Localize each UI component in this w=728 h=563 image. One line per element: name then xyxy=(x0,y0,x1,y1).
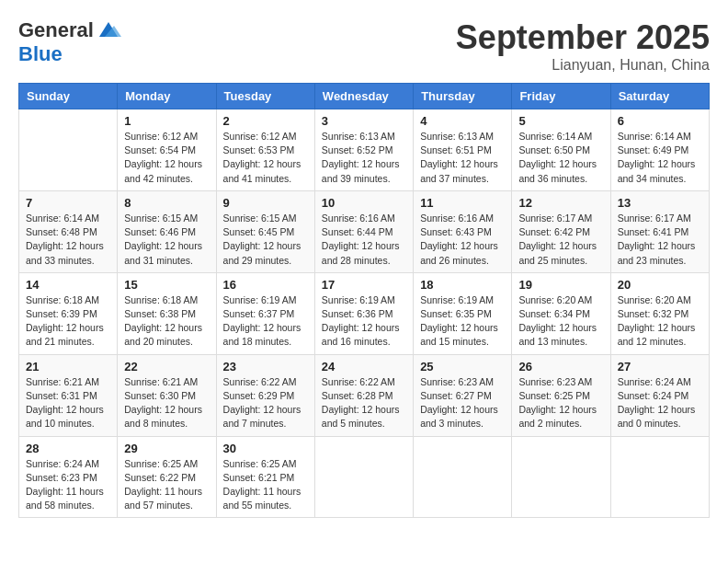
day-number: 25 xyxy=(420,360,505,373)
day-number: 23 xyxy=(223,360,308,373)
day-number: 18 xyxy=(420,278,505,292)
calendar-cell: 11Sunrise: 6:16 AMSunset: 6:43 PMDayligh… xyxy=(414,190,512,272)
day-info: Sunrise: 6:12 AMSunset: 6:53 PMDaylight:… xyxy=(223,130,308,186)
calendar-cell: 30Sunrise: 6:25 AMSunset: 6:21 PMDayligh… xyxy=(216,436,314,518)
day-info: Sunrise: 6:19 AMSunset: 6:37 PMDaylight:… xyxy=(223,293,308,350)
calendar-week-row: 28Sunrise: 6:24 AMSunset: 6:23 PMDayligh… xyxy=(19,436,710,518)
day-info: Sunrise: 6:14 AMSunset: 6:48 PMDaylight:… xyxy=(26,212,110,268)
day-info: Sunrise: 6:22 AMSunset: 6:28 PMDaylight:… xyxy=(322,375,406,431)
day-number: 30 xyxy=(223,442,308,455)
day-info: Sunrise: 6:20 AMSunset: 6:34 PMDaylight:… xyxy=(518,293,603,350)
day-info: Sunrise: 6:19 AMSunset: 6:35 PMDaylight:… xyxy=(420,293,505,350)
day-number: 12 xyxy=(518,196,603,210)
calendar-week-row: 14Sunrise: 6:18 AMSunset: 6:39 PMDayligh… xyxy=(19,272,710,354)
day-number: 19 xyxy=(518,278,603,292)
day-info: Sunrise: 6:13 AMSunset: 6:52 PMDaylight:… xyxy=(322,130,406,186)
calendar-cell xyxy=(19,109,118,191)
day-number: 22 xyxy=(124,360,209,373)
calendar-cell: 29Sunrise: 6:25 AMSunset: 6:22 PMDayligh… xyxy=(118,436,216,518)
calendar-cell xyxy=(610,436,709,518)
calendar-week-row: 21Sunrise: 6:21 AMSunset: 6:31 PMDayligh… xyxy=(19,354,710,436)
weekday-header-row: SundayMondayTuesdayWednesdayThursdayFrid… xyxy=(19,84,710,109)
day-number: 9 xyxy=(223,196,308,210)
calendar-cell: 26Sunrise: 6:23 AMSunset: 6:25 PMDayligh… xyxy=(512,354,610,436)
day-number: 14 xyxy=(26,278,110,292)
weekday-header-friday: Friday xyxy=(512,84,610,109)
calendar-cell: 22Sunrise: 6:21 AMSunset: 6:30 PMDayligh… xyxy=(118,354,216,436)
day-number: 1 xyxy=(124,114,209,128)
day-number: 24 xyxy=(322,360,406,373)
calendar-cell: 3Sunrise: 6:13 AMSunset: 6:52 PMDaylight… xyxy=(314,109,413,191)
calendar-week-row: 7Sunrise: 6:14 AMSunset: 6:48 PMDaylight… xyxy=(19,190,710,272)
day-info: Sunrise: 6:12 AMSunset: 6:54 PMDaylight:… xyxy=(124,130,209,186)
day-number: 26 xyxy=(518,360,603,373)
day-info: Sunrise: 6:25 AMSunset: 6:22 PMDaylight:… xyxy=(124,457,209,513)
calendar-table: SundayMondayTuesdayWednesdayThursdayFrid… xyxy=(18,83,710,518)
day-info: Sunrise: 6:20 AMSunset: 6:32 PMDaylight:… xyxy=(618,293,702,350)
calendar-cell: 16Sunrise: 6:19 AMSunset: 6:37 PMDayligh… xyxy=(216,272,314,354)
day-info: Sunrise: 6:16 AMSunset: 6:44 PMDaylight:… xyxy=(322,212,406,268)
day-number: 29 xyxy=(124,442,209,455)
title-block: September 2025 Lianyuan, Hunan, China xyxy=(456,18,710,74)
calendar-cell: 24Sunrise: 6:22 AMSunset: 6:28 PMDayligh… xyxy=(314,354,413,436)
calendar-cell: 6Sunrise: 6:14 AMSunset: 6:49 PMDaylight… xyxy=(610,109,709,191)
day-info: Sunrise: 6:17 AMSunset: 6:42 PMDaylight:… xyxy=(518,212,603,268)
weekday-header-saturday: Saturday xyxy=(610,84,709,109)
calendar-cell: 2Sunrise: 6:12 AMSunset: 6:53 PMDaylight… xyxy=(216,109,314,191)
day-info: Sunrise: 6:16 AMSunset: 6:43 PMDaylight:… xyxy=(420,212,505,268)
calendar-cell: 21Sunrise: 6:21 AMSunset: 6:31 PMDayligh… xyxy=(19,354,118,436)
calendar-cell: 17Sunrise: 6:19 AMSunset: 6:36 PMDayligh… xyxy=(314,272,413,354)
calendar-cell: 28Sunrise: 6:24 AMSunset: 6:23 PMDayligh… xyxy=(19,436,118,518)
calendar-cell xyxy=(414,436,512,518)
page-header: General Blue September 2025 Lianyuan, Hu… xyxy=(18,18,710,74)
day-number: 10 xyxy=(322,196,406,210)
day-info: Sunrise: 6:24 AMSunset: 6:24 PMDaylight:… xyxy=(618,375,702,431)
day-info: Sunrise: 6:22 AMSunset: 6:29 PMDaylight:… xyxy=(223,375,308,431)
day-info: Sunrise: 6:18 AMSunset: 6:39 PMDaylight:… xyxy=(26,293,110,350)
day-info: Sunrise: 6:19 AMSunset: 6:36 PMDaylight:… xyxy=(322,293,406,350)
month-year-title: September 2025 xyxy=(456,18,710,57)
weekday-header-sunday: Sunday xyxy=(19,84,118,109)
day-number: 4 xyxy=(420,114,505,128)
day-info: Sunrise: 6:21 AMSunset: 6:31 PMDaylight:… xyxy=(26,375,110,431)
day-number: 27 xyxy=(618,360,702,373)
logo-blue-text: Blue xyxy=(18,42,63,66)
day-info: Sunrise: 6:13 AMSunset: 6:51 PMDaylight:… xyxy=(420,130,505,186)
day-number: 6 xyxy=(618,114,702,128)
calendar-cell xyxy=(314,436,413,518)
day-info: Sunrise: 6:25 AMSunset: 6:21 PMDaylight:… xyxy=(223,457,308,513)
day-info: Sunrise: 6:15 AMSunset: 6:45 PMDaylight:… xyxy=(223,212,308,268)
day-number: 8 xyxy=(124,196,209,210)
day-number: 20 xyxy=(618,278,702,292)
calendar-cell: 9Sunrise: 6:15 AMSunset: 6:45 PMDaylight… xyxy=(216,190,314,272)
day-info: Sunrise: 6:14 AMSunset: 6:50 PMDaylight:… xyxy=(518,130,603,186)
day-info: Sunrise: 6:23 AMSunset: 6:25 PMDaylight:… xyxy=(518,375,603,431)
calendar-cell xyxy=(512,436,610,518)
calendar-week-row: 1Sunrise: 6:12 AMSunset: 6:54 PMDaylight… xyxy=(19,109,710,191)
location-text: Lianyuan, Hunan, China xyxy=(456,57,710,74)
day-info: Sunrise: 6:17 AMSunset: 6:41 PMDaylight:… xyxy=(618,212,702,268)
day-number: 17 xyxy=(322,278,406,292)
logo: General Blue xyxy=(18,18,121,66)
calendar-cell: 4Sunrise: 6:13 AMSunset: 6:51 PMDaylight… xyxy=(414,109,512,191)
calendar-cell: 23Sunrise: 6:22 AMSunset: 6:29 PMDayligh… xyxy=(216,354,314,436)
calendar-cell: 25Sunrise: 6:23 AMSunset: 6:27 PMDayligh… xyxy=(414,354,512,436)
day-info: Sunrise: 6:21 AMSunset: 6:30 PMDaylight:… xyxy=(124,375,209,431)
calendar-cell: 1Sunrise: 6:12 AMSunset: 6:54 PMDaylight… xyxy=(118,109,216,191)
logo-icon xyxy=(96,20,121,40)
day-number: 5 xyxy=(518,114,603,128)
calendar-cell: 14Sunrise: 6:18 AMSunset: 6:39 PMDayligh… xyxy=(19,272,118,354)
calendar-cell: 13Sunrise: 6:17 AMSunset: 6:41 PMDayligh… xyxy=(610,190,709,272)
calendar-cell: 20Sunrise: 6:20 AMSunset: 6:32 PMDayligh… xyxy=(610,272,709,354)
calendar-cell: 8Sunrise: 6:15 AMSunset: 6:46 PMDaylight… xyxy=(118,190,216,272)
weekday-header-monday: Monday xyxy=(118,84,216,109)
day-info: Sunrise: 6:24 AMSunset: 6:23 PMDaylight:… xyxy=(26,457,110,513)
calendar-cell: 7Sunrise: 6:14 AMSunset: 6:48 PMDaylight… xyxy=(19,190,118,272)
day-info: Sunrise: 6:14 AMSunset: 6:49 PMDaylight:… xyxy=(618,130,702,186)
day-number: 3 xyxy=(322,114,406,128)
calendar-cell: 5Sunrise: 6:14 AMSunset: 6:50 PMDaylight… xyxy=(512,109,610,191)
calendar-cell: 19Sunrise: 6:20 AMSunset: 6:34 PMDayligh… xyxy=(512,272,610,354)
day-number: 21 xyxy=(26,360,110,373)
calendar-cell: 15Sunrise: 6:18 AMSunset: 6:38 PMDayligh… xyxy=(118,272,216,354)
day-info: Sunrise: 6:23 AMSunset: 6:27 PMDaylight:… xyxy=(420,375,505,431)
